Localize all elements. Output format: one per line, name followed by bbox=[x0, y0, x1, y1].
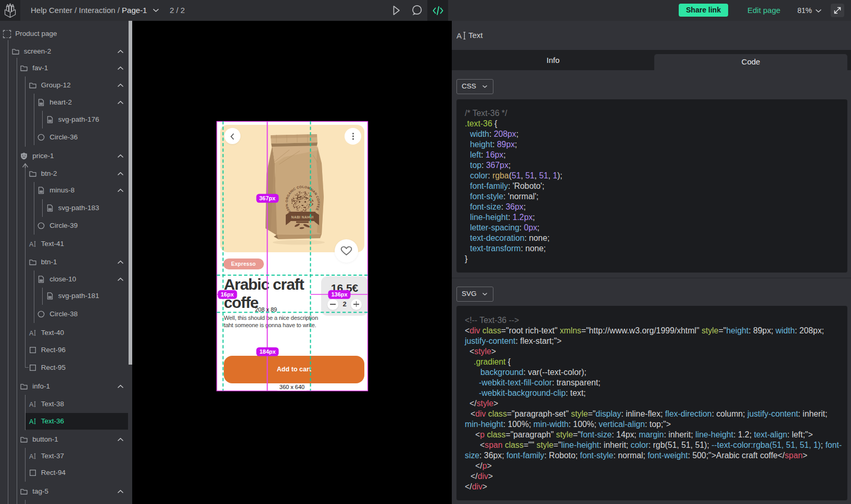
svg-text:A: A bbox=[29, 453, 34, 460]
svg-text:A: A bbox=[29, 330, 34, 337]
svg-text:A: A bbox=[29, 401, 34, 408]
svg-text:A: A bbox=[456, 31, 462, 40]
svg-text:A: A bbox=[29, 418, 34, 425]
svg-text:A: A bbox=[29, 241, 34, 248]
svg-text:NABI NAHUI: NABI NAHUI bbox=[291, 215, 313, 219]
